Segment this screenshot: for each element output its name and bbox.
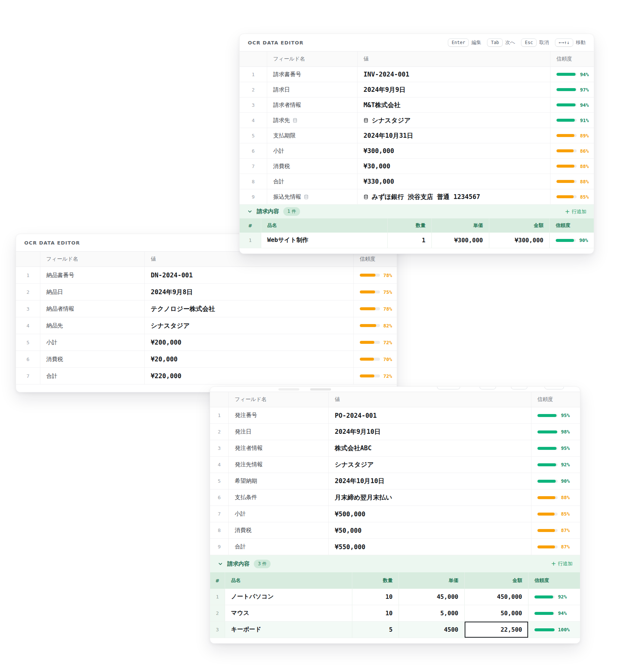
value-cell[interactable]: ¥300,000 <box>358 143 550 158</box>
amount-cell[interactable]: 50,000 <box>465 605 528 621</box>
confidence-bar <box>360 324 380 327</box>
confidence-cell: 85% <box>531 506 580 522</box>
quantity-cell[interactable]: 10 <box>352 605 399 621</box>
row-number: 1 <box>240 67 267 82</box>
value-cell[interactable]: みずほ銀行 渋谷支店 普通 1234567 <box>358 189 550 204</box>
value-cell[interactable]: ¥330,000 <box>358 174 550 189</box>
value-cell[interactable]: テクノロジー株式会社 <box>145 301 354 317</box>
table-row: 1 納品書番号 DN-2024-001 78% <box>16 267 397 284</box>
confidence-bar <box>360 274 380 277</box>
table-row: 3 発注者情報 株式会社ABC 95% <box>210 440 580 457</box>
field-name: 合計 <box>46 373 57 380</box>
item-name-cell[interactable]: ノートパソコン <box>225 589 352 605</box>
value-cell[interactable]: シナスタジア <box>358 113 550 128</box>
confidence-bar <box>534 628 555 631</box>
value-cell[interactable]: ¥50,000 <box>329 522 531 538</box>
column-header-field: フィールド名 <box>229 392 329 407</box>
confidence-cell: 87% <box>531 539 580 555</box>
unit-price-cell[interactable]: 45,000 <box>399 589 465 605</box>
value-cell[interactable]: 2024年9月8日 <box>145 284 354 300</box>
field-value: INV-2024-001 <box>364 71 409 78</box>
chevron-down-icon[interactable] <box>218 561 223 567</box>
value-cell[interactable]: ¥220,000 <box>145 368 354 384</box>
row-number: 8 <box>210 522 229 538</box>
field-name: 振込先情報 <box>273 193 301 200</box>
value-cell[interactable]: 2024年10月31日 <box>358 128 550 143</box>
table-row: 1 発注番号 PO-2024-001 95% <box>210 407 580 424</box>
table-row: 6 小計 ¥300,000 86% <box>240 143 594 159</box>
line-items-section-header: 請求内容 1 件 +行追加 <box>240 205 594 218</box>
plus-icon: + <box>565 209 570 215</box>
value-cell[interactable]: 月末締め翌月末払い <box>329 489 531 505</box>
confidence-percent: 85% <box>561 511 570 517</box>
value-cell[interactable]: シナスタジア <box>329 457 531 473</box>
value-cell[interactable]: ¥30,000 <box>358 159 550 174</box>
field-name-cell: 納品日 <box>40 284 145 300</box>
confidence-cell: 72% <box>354 334 397 351</box>
row-number: 3 <box>240 97 267 112</box>
kbd-key: Tab <box>487 38 503 47</box>
confidence-percent: 75% <box>383 289 392 295</box>
amount-cell[interactable]: 450,000 <box>465 589 528 605</box>
item-name-cell[interactable]: マウス <box>225 605 352 621</box>
item-name-cell[interactable]: キーボード <box>225 622 352 638</box>
value-cell[interactable]: 2024年10月10日 <box>329 473 531 489</box>
shortcut-hint: Esc 取消 <box>521 38 549 47</box>
database-icon <box>364 195 368 199</box>
confidence-bar <box>556 73 577 76</box>
value-cell[interactable]: ¥200,000 <box>145 334 354 351</box>
add-row-button[interactable]: +行追加 <box>551 560 573 567</box>
confidence-bar <box>556 165 577 168</box>
field-value: ¥20,000 <box>151 355 178 363</box>
confidence-cell: 87% <box>531 522 580 538</box>
value-cell[interactable]: INV-2024-001 <box>358 67 550 82</box>
amount-cell[interactable]: 22,500 <box>465 622 528 638</box>
value-cell[interactable]: PO-2024-001 <box>329 407 531 423</box>
row-number: 9 <box>240 189 267 204</box>
value-cell[interactable]: 株式会社ABC <box>329 440 531 456</box>
quantity-cell[interactable]: 5 <box>352 622 399 638</box>
value-cell[interactable]: M&T株式会社 <box>358 97 550 112</box>
quantity-cell[interactable]: 10 <box>352 589 399 605</box>
value-cell[interactable]: シナスタジア <box>145 317 354 334</box>
field-name-cell: 支払条件 <box>229 489 329 505</box>
value-cell[interactable]: ¥550,000 <box>329 539 531 555</box>
confidence-percent: 78% <box>383 273 392 278</box>
column-header-value: 値 <box>358 52 550 66</box>
add-row-button[interactable]: +行追加 <box>565 208 586 215</box>
ocr-editor-panel-purchase: フィールド名 値 信頼度 1 発注番号 PO-2024-001 95% 2 発注… <box>210 386 580 644</box>
item-row: 2 マウス 10 5,000 50,000 94% <box>210 605 580 622</box>
column-header-amount: 金額 <box>465 572 528 589</box>
unit-price-cell[interactable]: 4500 <box>399 622 465 638</box>
confidence-cell: 97% <box>550 82 594 97</box>
quantity-cell[interactable]: 1 <box>388 233 432 248</box>
confidence-percent: 94% <box>558 610 567 616</box>
row-number: 3 <box>210 622 225 638</box>
section-title: 請求内容 <box>227 560 250 567</box>
column-header-item-name: 品名 <box>261 218 388 233</box>
value-cell[interactable]: ¥20,000 <box>145 351 354 367</box>
table-row: 5 小計 ¥200,000 72% <box>16 334 397 351</box>
items-table-body: 1 Webサイト制作 1 ¥300,000 ¥300,000 90% <box>240 233 594 248</box>
value-cell[interactable]: 2024年9月10日 <box>329 424 531 440</box>
value-cell[interactable]: ¥500,000 <box>329 506 531 522</box>
confidence-percent: 88% <box>580 164 589 169</box>
value-cell[interactable]: DN-2024-001 <box>145 267 354 283</box>
confidence-cell: 86% <box>550 143 594 158</box>
unit-price-cell[interactable]: ¥300,000 <box>432 233 489 248</box>
items-table-header: # 品名 数量 単価 金額 信頼度 <box>240 218 594 233</box>
field-name-cell: 希望納期 <box>229 473 329 489</box>
field-name-cell: 消費税 <box>267 159 358 174</box>
confidence-percent: 95% <box>561 445 570 451</box>
amount-cell[interactable]: ¥300,000 <box>489 233 550 248</box>
row-number: 3 <box>210 440 229 456</box>
field-value: 2024年9月9日 <box>364 85 405 94</box>
field-name: 請求先 <box>273 117 290 124</box>
chevron-down-icon[interactable] <box>247 209 253 214</box>
item-name-cell[interactable]: Webサイト制作 <box>261 233 388 248</box>
field-value: ¥220,000 <box>151 372 181 380</box>
value-cell[interactable]: 2024年9月9日 <box>358 82 550 97</box>
clipped-button-fragment <box>480 386 496 389</box>
row-number: 2 <box>210 424 229 440</box>
unit-price-cell[interactable]: 5,000 <box>399 605 465 621</box>
